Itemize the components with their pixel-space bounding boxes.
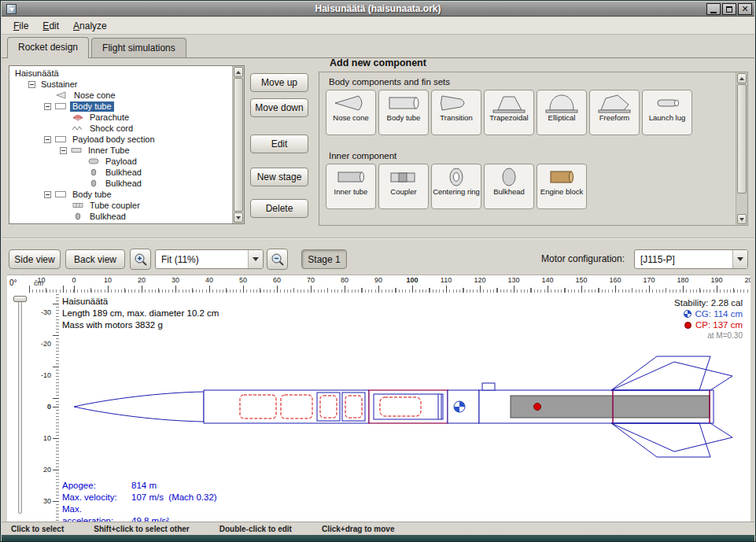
cg-value: CG: 114 cm [695, 308, 743, 319]
rocket-info: Haisunäätä Length 189 cm, max. diameter … [62, 296, 219, 331]
scroll-up-button[interactable] [737, 73, 747, 83]
window-frame-bottom [2, 535, 754, 542]
delete-button[interactable]: Delete [250, 199, 308, 218]
titlebar[interactable]: Haisunäätä (haisunaata.ork) ✕ [2, 2, 754, 17]
tree-item-payload-body-section[interactable]: Payload body section [9, 134, 232, 145]
rocket-name: Haisunäätä [62, 296, 219, 308]
body-tube-icon [54, 135, 67, 143]
toolbar-separator [2, 238, 754, 239]
add-nose-cone-button[interactable]: Nose cone [326, 90, 376, 135]
collapse-icon[interactable] [60, 147, 67, 154]
add-body-tube-button[interactable]: Body tube [378, 90, 429, 135]
tree-item-body-tube-2[interactable]: Body tube [9, 189, 232, 200]
payload-body-section-shape [369, 390, 448, 423]
tree-item-parachute[interactable]: Parachute [9, 112, 232, 123]
apogee-label: Apogee: [62, 480, 131, 492]
arrow-down-icon [739, 218, 744, 221]
tree-item-bulkhead-2[interactable]: Bulkhead [9, 178, 232, 189]
chevron-down-icon[interactable] [248, 250, 263, 268]
tree-item-nose-cone[interactable]: Nose cone [9, 90, 232, 101]
add-component-title: Add new component [330, 57, 426, 68]
zoom-in-button[interactable] [130, 249, 151, 270]
add-freeform-fin-button[interactable]: Freeform [589, 90, 640, 135]
bulkhead-icon [87, 168, 100, 176]
tree-item-payload[interactable]: Payload [9, 156, 232, 167]
add-component-panel: Body components and fin sets Nose cone B… [319, 72, 748, 226]
tree-scrollbar[interactable] [232, 66, 244, 223]
scroll-down-button[interactable] [737, 214, 747, 224]
cp-marker [534, 404, 541, 411]
cp-value: CP: 137 cm [695, 319, 743, 330]
add-transition-button[interactable]: Transition [431, 90, 481, 135]
tree-item-inner-tube[interactable]: Inner Tube [9, 145, 232, 156]
collapse-icon[interactable] [28, 81, 35, 88]
tree-item-bulkhead-3[interactable]: Bulkhead [9, 211, 232, 222]
close-button[interactable]: ✕ [738, 3, 752, 15]
tree-item-shock-cord[interactable]: Shock cord [9, 123, 232, 134]
tab-flight-simulations[interactable]: Flight simulations [91, 38, 186, 57]
scroll-down-button[interactable] [234, 212, 243, 223]
body-tube-icon [54, 190, 67, 198]
collapse-icon[interactable] [44, 191, 51, 198]
tree-item-haisunaata[interactable]: Haisunäätä [9, 68, 232, 79]
hint-click-drag: Click+drag to move [322, 525, 395, 533]
add-inner-tube-button[interactable]: Inner tube [326, 164, 376, 209]
add-engine-block-button[interactable]: Engine block [537, 164, 587, 209]
scrollbar-thumb[interactable] [737, 84, 747, 194]
bulkhead-icon [87, 179, 100, 187]
side-view-button[interactable]: Side view [9, 249, 61, 269]
payload-icon [87, 157, 100, 165]
fin-shape [611, 362, 732, 390]
tree-item-bulkhead-1[interactable]: Bulkhead [9, 167, 232, 178]
rocket-figure-pane[interactable]: 0° cm -100102030405060708090100110120130… [7, 275, 750, 522]
parachute-icon [72, 113, 84, 121]
add-centering-ring-button[interactable]: Centering ring [431, 164, 481, 209]
inner-component-label: Inner component [329, 151, 396, 160]
transition-icon [439, 93, 474, 113]
shock-cord-icon [72, 124, 84, 132]
motor-configuration-label: Motor configuration: [541, 253, 625, 264]
rocket-dimensions: Length 189 cm, max. diameter 10.2 cm [62, 308, 219, 319]
move-down-button[interactable]: Move down [250, 98, 308, 117]
maximize-button[interactable] [722, 3, 736, 15]
scrollbar-thumb[interactable] [234, 78, 243, 212]
zoom-select[interactable]: Fit (11%) [155, 249, 264, 269]
zoom-in-icon [133, 252, 149, 267]
motor-configuration-select[interactable]: [J115-P] [634, 249, 748, 269]
scroll-up-button[interactable] [234, 67, 243, 77]
body-tube-icon [54, 102, 67, 110]
add-coupler-button[interactable]: Coupler [378, 164, 429, 209]
tree-item-sustainer[interactable]: Sustainer [9, 79, 232, 90]
tree-item-body-tube[interactable]: Body tube [9, 101, 232, 112]
add-bulkhead-button[interactable]: Bulkhead [484, 164, 534, 209]
move-up-button[interactable]: Move up [250, 73, 308, 92]
minimize-button[interactable] [706, 3, 721, 15]
freeform-fin-icon [597, 93, 632, 113]
tube-coupler-icon [72, 201, 84, 209]
back-view-button[interactable]: Back view [65, 249, 125, 269]
collapse-icon[interactable] [44, 103, 51, 110]
stability-info: Stability: 2.28 cal CG: 114 cm CP: 137 c… [674, 297, 743, 341]
hint-click-to-select: Click to select [11, 525, 64, 533]
collapse-icon[interactable] [44, 136, 51, 143]
statusbar: Click to select Shift+click to select ot… [2, 522, 754, 535]
component-panel-scrollbar[interactable] [736, 72, 747, 225]
add-elliptical-fin-button[interactable]: Elliptical [537, 90, 587, 135]
menu-edit[interactable]: Edit [35, 18, 66, 34]
cp-icon [684, 322, 691, 329]
menu-file[interactable]: File [6, 18, 35, 34]
menu-analyze[interactable]: Analyze [66, 18, 114, 34]
add-trapezoidal-fin-button[interactable]: Trapezoidal [484, 90, 534, 135]
component-tree[interactable]: Haisunäätä Sustainer Nose cone Body tube… [9, 65, 245, 224]
stage-1-toggle[interactable]: Stage 1 [301, 249, 347, 269]
add-launch-lug-button[interactable]: Launch lug [642, 90, 692, 135]
tab-rocket-design[interactable]: Rocket design [7, 37, 89, 58]
arrow-down-icon [236, 216, 241, 219]
chevron-down-icon[interactable] [732, 250, 747, 268]
fin-shape [611, 423, 732, 452]
tree-item-tube-coupler[interactable]: Tube coupler [9, 200, 232, 211]
zoom-out-button[interactable] [267, 249, 288, 270]
edit-button[interactable]: Edit [250, 135, 308, 153]
fin-shape [611, 423, 710, 457]
new-stage-button[interactable]: New stage [250, 168, 308, 186]
